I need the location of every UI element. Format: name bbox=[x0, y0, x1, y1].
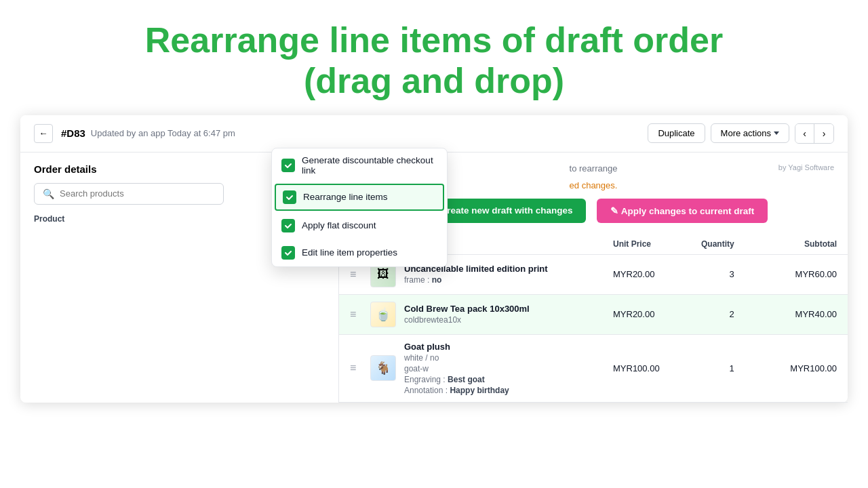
duplicate-button[interactable]: Duplicate bbox=[648, 123, 705, 143]
dropdown-item-rearrange[interactable]: Rearrange line items bbox=[275, 184, 444, 211]
table-row: ≡ 🍵 Cold Brew Tea pack 10x300ml coldbrew… bbox=[339, 295, 848, 335]
product-variant-3a: white / no bbox=[404, 353, 613, 363]
product-subtotal-3: MYR100.00 bbox=[762, 363, 837, 373]
drag-handle-3[interactable]: ≡ bbox=[350, 362, 370, 374]
product-engraving-3: Engraving : Best goat bbox=[404, 375, 613, 384]
product-variant-1: frame : no bbox=[404, 275, 613, 285]
product-price-1: MYR20.00 bbox=[613, 269, 701, 279]
order-meta: Updated by an app Today at 6:47 pm bbox=[91, 128, 648, 138]
product-info-2: Cold Brew Tea pack 10x300ml coldbrewtea1… bbox=[404, 304, 613, 325]
product-subtotal-1: MYR60.00 bbox=[762, 269, 837, 279]
search-input[interactable] bbox=[60, 188, 215, 199]
col-unit-price-label: Unit Price bbox=[613, 239, 701, 249]
dropdown-item-flat-discount[interactable]: Apply flat discount bbox=[272, 212, 447, 239]
drag-handle-2[interactable]: ≡ bbox=[350, 308, 370, 321]
dropdown-label-flat-discount: Apply flat discount bbox=[302, 220, 376, 230]
product-variant-3b: goat-w bbox=[404, 364, 613, 373]
check-icon-generate bbox=[281, 159, 295, 172]
col-subtotal-label: Subtotal bbox=[762, 239, 837, 249]
more-actions-button[interactable]: More actions bbox=[711, 123, 789, 143]
product-annotation-3: Annotation : Happy birthday bbox=[404, 386, 613, 395]
drag-handle-1[interactable]: ≡ bbox=[350, 268, 370, 281]
nav-next-button[interactable]: › bbox=[814, 124, 833, 143]
nav-prev-button[interactable]: ‹ bbox=[795, 124, 814, 143]
dropdown-menu: Generate discountable checkout link Rear… bbox=[271, 148, 448, 267]
apply-changes-button[interactable]: ✎ Apply changes to current draft bbox=[597, 199, 768, 223]
hero-title: Rearrange line items of draft order (dra… bbox=[68, 20, 800, 102]
yagi-badge: by Yagi Software bbox=[778, 163, 834, 171]
search-icon: 🔍 bbox=[43, 188, 54, 199]
header-actions: Duplicate More actions ‹ › bbox=[648, 123, 834, 144]
dropdown-item-edit-properties[interactable]: Edit line item properties bbox=[272, 239, 447, 266]
back-arrow-icon: ← bbox=[39, 128, 47, 138]
search-bar[interactable]: 🔍 bbox=[34, 183, 224, 205]
back-button[interactable]: ← bbox=[34, 124, 53, 143]
nav-arrows: ‹ › bbox=[795, 123, 834, 144]
product-name-3: Goat plush bbox=[404, 342, 613, 352]
product-subtotal-2: MYR40.00 bbox=[762, 309, 837, 319]
app-window: ← #D83 Updated by an app Today at 6:47 p… bbox=[20, 115, 848, 403]
check-icon-flat-discount bbox=[281, 219, 295, 232]
product-price-3: MYR100.00 bbox=[613, 363, 701, 373]
dropdown-label-rearrange: Rearrange line items bbox=[303, 192, 388, 202]
product-thumb-2: 🍵 bbox=[370, 302, 396, 327]
product-info-3: Goat plush white / no goat-w Engraving :… bbox=[404, 342, 613, 395]
product-qty-3: 1 bbox=[701, 363, 762, 373]
app-header: ← #D83 Updated by an app Today at 6:47 p… bbox=[20, 115, 848, 152]
check-icon-rearrange bbox=[283, 190, 296, 204]
product-price-2: MYR20.00 bbox=[613, 309, 701, 319]
check-icon-edit-properties bbox=[281, 246, 295, 260]
product-qty-2: 2 bbox=[701, 309, 762, 319]
col-quantity-label: Quantity bbox=[701, 239, 762, 249]
product-qty-1: 3 bbox=[701, 269, 762, 279]
product-info-1: Uncancellable limited edition print fram… bbox=[404, 264, 613, 285]
hero-section: Rearrange line items of draft order (dra… bbox=[0, 0, 868, 115]
chevron-down-icon bbox=[774, 131, 779, 135]
product-thumb-3: 🐐 bbox=[370, 355, 396, 381]
product-name-2: Cold Brew Tea pack 10x300ml bbox=[404, 304, 613, 314]
dropdown-item-generate-checkout[interactable]: Generate discountable checkout link bbox=[272, 148, 447, 182]
table-row: ≡ 🐐 Goat plush white / no goat-w Engravi… bbox=[339, 335, 848, 403]
dropdown-label-generate: Generate discountable checkout link bbox=[302, 155, 437, 176]
dropdown-label-edit-properties: Edit line item properties bbox=[302, 247, 397, 258]
product-variant-2: coldbrewtea10x bbox=[404, 315, 613, 325]
content-area: ← #D83 Updated by an app Today at 6:47 p… bbox=[20, 115, 848, 403]
order-id: #D83 bbox=[61, 127, 85, 139]
